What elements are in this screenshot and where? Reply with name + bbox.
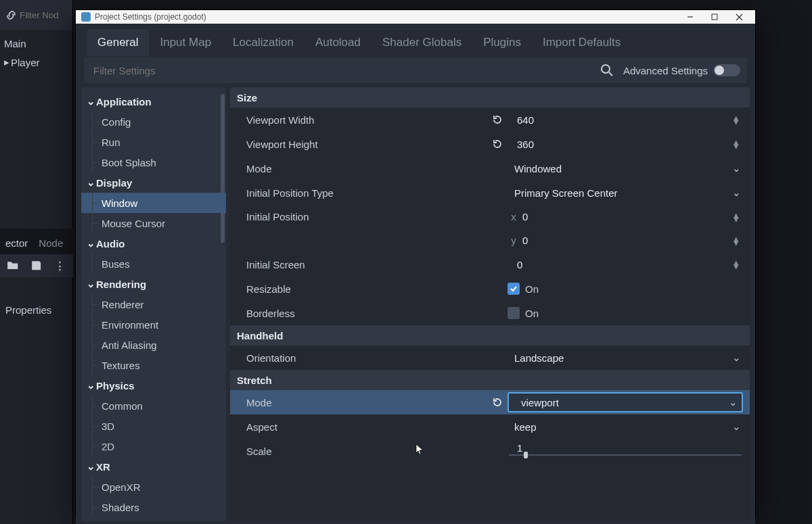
row-initial-position-x: Initial Position x 0 ▴▾ bbox=[230, 205, 750, 229]
filter-settings-input[interactable] bbox=[93, 65, 596, 76]
row-initial-position-y: y 0 ▴▾ bbox=[230, 229, 750, 252]
category-rendering[interactable]: ⌄Rendering bbox=[81, 274, 226, 294]
sidebar-item-environment[interactable]: Environment bbox=[81, 314, 226, 335]
sidebar-item-boot-splash[interactable]: Boot Splash bbox=[81, 152, 226, 172]
category-physics[interactable]: ⌄Physics bbox=[81, 375, 226, 396]
window-mode-dropdown[interactable]: Windowed ⌄ bbox=[508, 162, 743, 174]
tab-localization[interactable]: Localization bbox=[222, 29, 304, 56]
maximize-button[interactable] bbox=[702, 10, 727, 24]
sidebar-item-anti-aliasing[interactable]: Anti Aliasing bbox=[81, 335, 226, 355]
category-application[interactable]: ⌄Application bbox=[81, 91, 226, 112]
spinner-icon[interactable]: ▴▾ bbox=[729, 213, 743, 221]
sidebar-item-renderer[interactable]: Renderer bbox=[81, 294, 226, 314]
sidebar-item-mouse-cursor[interactable]: Mouse Cursor bbox=[81, 213, 226, 233]
sidebar-item-label: Window bbox=[102, 197, 137, 209]
sidebar-item-label: Run bbox=[102, 137, 120, 148]
minimize-button[interactable] bbox=[678, 10, 702, 24]
tab-import-defaults[interactable]: Import Defaults bbox=[532, 29, 631, 56]
properties-panel[interactable]: Size Viewport Width 640 ▴▾ Viewport Heig… bbox=[230, 87, 750, 521]
tab-autoload[interactable]: Autoload bbox=[304, 29, 371, 56]
sidebar-item-openxr[interactable]: OpenXR bbox=[81, 477, 226, 497]
label-orientation: Orientation bbox=[237, 352, 487, 364]
more-icon[interactable]: ⋮ bbox=[55, 260, 66, 272]
axis-x-label: x bbox=[508, 211, 520, 222]
reset-button[interactable] bbox=[487, 138, 508, 150]
sidebar-item-buses[interactable]: Buses bbox=[81, 254, 226, 274]
tab-shader-globals[interactable]: Shader Globals bbox=[371, 29, 472, 56]
label-viewport-height: Viewport Height bbox=[237, 139, 487, 150]
initial-position-y-input[interactable]: y 0 ▴▾ bbox=[508, 235, 743, 246]
sidebar-item-3d[interactable]: 3D bbox=[81, 416, 226, 436]
row-viewport-height: Viewport Height 360 ▴▾ bbox=[230, 132, 750, 156]
sidebar-item-config[interactable]: Config bbox=[81, 112, 226, 132]
borderless-checkbox[interactable]: On bbox=[508, 307, 743, 319]
expand-icon[interactable]: ▸ bbox=[4, 56, 11, 68]
chevron-down-icon: ⌄ bbox=[87, 379, 96, 391]
spinner-icon[interactable]: ▴▾ bbox=[729, 260, 743, 268]
sidebar-item-label: Anti Aliasing bbox=[102, 339, 157, 351]
sidebar-item-window[interactable]: Window bbox=[81, 193, 226, 213]
scene-node-player[interactable]: ▸ Player bbox=[0, 53, 72, 72]
sidebar-item-common[interactable]: Common bbox=[81, 396, 226, 416]
reset-button[interactable] bbox=[487, 114, 508, 126]
initial-screen-input[interactable]: 0 ▴▾ bbox=[508, 259, 743, 270]
sidebar-item-2d[interactable]: 2D bbox=[81, 436, 226, 456]
mouse-cursor-icon bbox=[415, 444, 424, 456]
sidebar-item-run[interactable]: Run bbox=[81, 132, 226, 152]
folder-icon[interactable] bbox=[7, 260, 18, 272]
tab-inspector[interactable]: ector bbox=[0, 232, 33, 254]
row-aspect: Aspect keep ⌄ bbox=[230, 414, 750, 439]
search-icon[interactable] bbox=[600, 64, 614, 77]
tab-node[interactable]: Node bbox=[33, 232, 68, 254]
checkbox-on-icon bbox=[508, 283, 520, 295]
tab-general[interactable]: General bbox=[87, 29, 149, 56]
label-resizable: Resizable bbox=[237, 283, 487, 295]
chevron-down-icon: ⌄ bbox=[729, 352, 743, 364]
category-label: Application bbox=[96, 96, 152, 108]
advanced-settings-label: Advanced Settings bbox=[623, 65, 708, 76]
window-titlebar[interactable]: Project Settings (project.godot) bbox=[76, 10, 755, 24]
tab-input-map[interactable]: Input Map bbox=[149, 29, 222, 56]
scale-slider[interactable]: 1 bbox=[508, 445, 743, 457]
orientation-dropdown[interactable]: Landscape ⌄ bbox=[508, 352, 743, 364]
spinner-icon[interactable]: ▴▾ bbox=[729, 237, 743, 245]
resizable-checkbox[interactable]: On bbox=[508, 283, 743, 295]
inspector-toolbar: ⋮ bbox=[0, 254, 73, 277]
chevron-down-icon: ⌄ bbox=[87, 460, 96, 473]
scene-filter-input[interactable] bbox=[20, 10, 67, 20]
tab-plugins[interactable]: Plugins bbox=[472, 29, 532, 56]
slider-thumb[interactable] bbox=[524, 452, 528, 458]
category-label: Rendering bbox=[96, 279, 146, 290]
link-icon[interactable] bbox=[5, 8, 17, 22]
node-label: Player bbox=[11, 57, 40, 68]
sidebar-item-shaders[interactable]: Shaders bbox=[81, 497, 226, 517]
row-borderless: Borderless On bbox=[230, 301, 750, 325]
label-initial-screen: Initial Screen bbox=[237, 259, 487, 270]
save-icon[interactable] bbox=[30, 260, 42, 272]
row-scale: Scale 1 bbox=[230, 439, 750, 463]
initial-pos-type-dropdown[interactable]: Primary Screen Center ⌄ bbox=[508, 187, 743, 199]
initial-position-x-input[interactable]: x 0 ▴▾ bbox=[508, 211, 743, 222]
sidebar-item-label: Config bbox=[102, 116, 131, 128]
viewport-width-input[interactable]: 640 ▴▾ bbox=[508, 114, 743, 126]
row-initial-pos-type: Initial Position Type Primary Screen Cen… bbox=[230, 181, 750, 205]
spinner-icon[interactable]: ▴▾ bbox=[729, 116, 743, 124]
aspect-dropdown[interactable]: keep ⌄ bbox=[508, 421, 743, 433]
category-xr[interactable]: ⌄XR bbox=[81, 456, 226, 477]
category-audio[interactable]: ⌄Audio bbox=[81, 233, 226, 254]
reset-button[interactable] bbox=[487, 396, 508, 408]
properties-label: Properties bbox=[5, 304, 51, 316]
inspector-tabs: ector Node bbox=[0, 229, 73, 254]
spinner-icon[interactable]: ▴▾ bbox=[729, 140, 743, 148]
row-stretch-mode: Mode viewport ⌄ bbox=[230, 390, 750, 414]
close-button[interactable] bbox=[727, 10, 751, 24]
category-display[interactable]: ⌄Display bbox=[81, 172, 226, 193]
advanced-settings-toggle[interactable] bbox=[713, 64, 740, 76]
category-tree[interactable]: ⌄ApplicationConfigRunBoot Splash⌄Display… bbox=[81, 87, 226, 521]
sidebar-item-textures[interactable]: Textures bbox=[81, 355, 226, 375]
scene-tree[interactable]: Main ▸ Player bbox=[0, 30, 72, 76]
chevron-down-icon: ⌄ bbox=[729, 187, 743, 199]
stretch-mode-dropdown[interactable]: viewport ⌄ bbox=[508, 392, 743, 412]
scene-node-main[interactable]: Main bbox=[0, 34, 72, 53]
viewport-height-input[interactable]: 360 ▴▾ bbox=[508, 139, 743, 150]
